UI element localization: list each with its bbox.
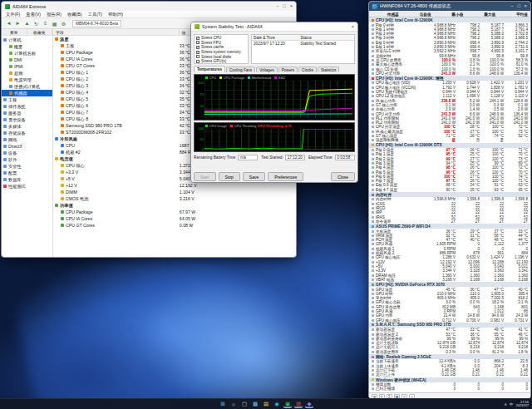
edge-icon[interactable]: ◉ xyxy=(273,400,281,408)
sensor-row[interactable]: 命令速率 2T 2T 2T 2T xyxy=(369,219,530,224)
stability-test-titlebar[interactable]: System Stability Test - AIDA64 × xyxy=(191,22,357,32)
tree-item[interactable]: 配置 xyxy=(2,170,52,176)
close-button[interactable]: × xyxy=(290,2,293,11)
aida64-titlebar[interactable]: AIDA64 Extreme – □ × xyxy=(2,2,296,11)
sensor-tab[interactable]: Voltages xyxy=(256,67,278,72)
panel-tab[interactable]: 收藏夹 xyxy=(27,29,53,35)
sensor-row[interactable]: CPU Package 67.97 W xyxy=(53,209,296,215)
tree-item[interactable]: 传感器 xyxy=(2,90,52,96)
panel-tab[interactable]: 菜单 xyxy=(2,29,27,35)
report-icon[interactable]: ≡ xyxy=(42,20,49,27)
aida64-icon[interactable]: ▣ xyxy=(283,400,292,408)
tree-item[interactable]: IPMI xyxy=(2,63,52,70)
column-header[interactable]: 平均值 xyxy=(498,12,530,17)
minimize-button[interactable]: – xyxy=(510,2,513,11)
stress-checkbox[interactable]: Stress GPU(s) xyxy=(196,59,246,64)
sensor-row[interactable]: S.M.A.R.T.: Samsung SSD 980 PRO 1TB xyxy=(369,323,530,328)
tree-item[interactable]: DirectX xyxy=(2,143,52,150)
column-header[interactable]: 传感器 xyxy=(369,12,401,17)
sensor-row[interactable]: 已纠正错误 0 0 0 0 xyxy=(369,387,530,391)
tree-item[interactable]: DMI xyxy=(2,57,52,63)
tree-item[interactable]: 性能测试 xyxy=(2,183,52,190)
dialog-button[interactable]: Stop xyxy=(219,172,240,181)
tree-item[interactable]: 安全性 xyxy=(2,163,52,170)
tree-item[interactable]: 数据库 xyxy=(2,176,52,183)
menu-item[interactable]: 帮助(H) xyxy=(108,12,123,17)
sensor-tab[interactable]: Powers xyxy=(278,67,298,72)
tree-item[interactable]: 概要 xyxy=(2,43,52,50)
tree-item[interactable]: 软件 xyxy=(2,156,52,163)
dialog-button[interactable]: Close xyxy=(331,172,355,181)
sensor-row[interactable]: CPU GT Cores 0.08 W xyxy=(53,222,296,229)
sensor-row[interactable]: DIMM 1.104 V xyxy=(53,189,296,195)
tree-item[interactable]: 网络 xyxy=(2,136,52,143)
sensor-row[interactable]: Windows 硬件错误 (WHEA) xyxy=(369,377,530,382)
sensor-tab[interactable]: Statistics xyxy=(318,67,339,72)
sensor-tab[interactable]: Cooling Fans xyxy=(226,67,255,72)
tree-item[interactable]: 主板 xyxy=(2,96,52,103)
dialog-button[interactable]: Preferences xyxy=(268,172,303,181)
back-icon[interactable]: ◄ xyxy=(5,20,12,27)
maximize-button[interactable]: □ xyxy=(517,2,520,11)
clock[interactable]: 17:16 2023/9/7 xyxy=(515,401,529,408)
tree-item[interactable]: 多媒体 xyxy=(2,123,52,130)
forward-icon[interactable]: ► xyxy=(14,20,22,27)
menu-item[interactable]: 查看(V) xyxy=(26,12,41,17)
menu-item[interactable]: 工具(T) xyxy=(88,12,102,17)
hwinfo-icon[interactable]: ◆ xyxy=(305,400,313,408)
sensor-row[interactable]: CPU [#0]: Intel Core i9-12900K DTS xyxy=(369,143,530,148)
refresh-icon[interactable]: ↻ xyxy=(32,20,40,27)
stability-test-icon[interactable]: ▥ xyxy=(294,400,303,408)
up-icon[interactable]: ▲ xyxy=(23,20,31,27)
ime-indicator[interactable]: 中 xyxy=(510,402,514,407)
sensor-row[interactable]: GPU 核心电压 0.712 V 0.706 V 0.981 V 0.731 V xyxy=(369,318,530,322)
task-view-icon[interactable]: ▢ xyxy=(240,400,249,408)
version-selector[interactable]: MBM64-8.74-8020 Beta xyxy=(72,20,121,27)
sensor-row[interactable]: GPU [#0]: NVIDIA GeForce RTX 3070 xyxy=(369,282,530,287)
sensor-row[interactable]: CPU IA Cores 64.05 W xyxy=(53,215,296,222)
column-header[interactable]: 最小值 xyxy=(434,12,466,17)
column-header[interactable]: 当前值 xyxy=(401,12,434,17)
tree-item[interactable]: 便携式计算机 xyxy=(2,83,52,90)
menu-item[interactable]: 文件(F) xyxy=(6,12,20,17)
menu-item[interactable]: 收藏(B) xyxy=(67,12,82,17)
close-button[interactable]: × xyxy=(525,2,527,11)
stress-checkbox[interactable]: Stress system memory xyxy=(196,50,246,55)
sensor-row[interactable]: 内存时序 xyxy=(369,192,530,197)
sensor-row[interactable]: CPU [#0]: Intel Core i9-12900K xyxy=(369,17,530,22)
sensor-row[interactable]: VBAT 电池 3.168 V 3.168 3.168 3.168 xyxy=(369,278,530,282)
sensor-row[interactable]: 温度限制降频 是 否 是 - xyxy=(369,138,530,142)
sensor-row[interactable]: CPU [#0]: Intel Core i9-12900K: 增强 xyxy=(369,76,530,81)
column-header[interactable]: 最大值 xyxy=(466,12,498,17)
tree-item[interactable]: 计算机名称 xyxy=(2,50,52,57)
widgets-icon[interactable]: ▦ xyxy=(251,400,259,408)
tree-item[interactable]: 存储设备 xyxy=(2,130,52,136)
tree-item[interactable]: 设备 xyxy=(2,150,52,156)
tree-item[interactable]: 操作系统 xyxy=(2,103,52,110)
sensor-row[interactable]: 功率值 xyxy=(53,202,296,209)
tree-item[interactable]: 显示设备 xyxy=(2,116,52,123)
maximize-button[interactable]: □ xyxy=(283,2,285,11)
sensor-row[interactable]: +12 V 12.192 V xyxy=(53,182,296,189)
menu-item[interactable]: 报告(R) xyxy=(47,12,62,17)
sensor-tab[interactable]: Clocks xyxy=(298,67,317,72)
tree-item[interactable]: 超频 xyxy=(2,70,52,76)
dialog-button[interactable]: Start xyxy=(194,172,216,181)
search-icon[interactable]: ○ xyxy=(229,400,238,408)
file-explorer-icon[interactable]: ▤ xyxy=(262,400,270,408)
hwinfo-titlebar[interactable]: HWiNFO64 V7.26-4800 传感器状态 – □ × xyxy=(369,2,530,11)
settings-icon[interactable]: ⚙ xyxy=(60,20,67,27)
chart-icon[interactable]: ▦ xyxy=(51,20,58,27)
minimize-button[interactable]: – xyxy=(276,2,278,11)
sensor-row[interactable]: 网络: Realtek Gaming 2.5GbE xyxy=(369,354,530,359)
column-header-field[interactable]: 字段 xyxy=(53,30,180,35)
sensor-tab[interactable]: Temperatures xyxy=(194,66,225,72)
tray-chevron-icon[interactable]: ∧ xyxy=(504,402,506,407)
tree-item[interactable]: 电源管理 xyxy=(2,76,52,83)
start-icon[interactable]: ⊞ xyxy=(219,400,227,408)
close-button[interactable]: × xyxy=(352,22,354,32)
tree-item[interactable]: 服务器 xyxy=(2,110,52,116)
sensor-row[interactable]: CMOS 电池 3.216 V xyxy=(53,195,296,202)
dialog-button[interactable]: Save xyxy=(243,172,265,181)
sensor-row[interactable]: ASUS PRIME Z690-P WIFI D4 xyxy=(369,224,530,229)
